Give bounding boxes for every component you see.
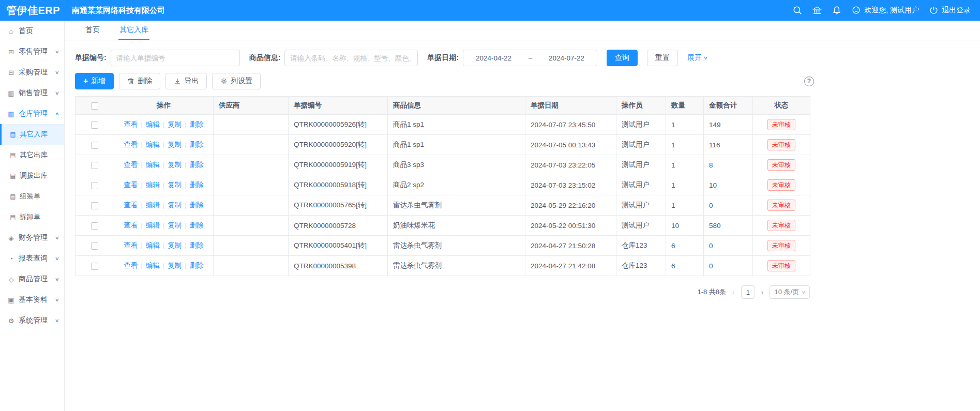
document-icon: ▤ (9, 172, 17, 179)
date-cell: 2024-04-27 21:42:08 (525, 256, 616, 276)
edit-link[interactable]: 编辑 (146, 201, 160, 209)
col-header: 商品信息 (388, 97, 525, 115)
sidebar-item-report[interactable]: ◔ 报表查询 ∨ (0, 248, 64, 269)
document-icon: ▤ (9, 214, 17, 221)
edit-link[interactable]: 编辑 (146, 181, 160, 189)
help-icon[interactable]: ? (804, 77, 814, 86)
sidebar-item-icon: ◔ (7, 255, 15, 263)
select-all-cell (76, 97, 114, 115)
delete-link[interactable]: 删除 (190, 262, 204, 269)
sidebar-item-label: 仓库管理 (19, 109, 55, 118)
amount-cell: 116 (704, 135, 753, 155)
sidebar-item-finance[interactable]: ◈ 财务管理 ∨ (0, 227, 64, 248)
sidebar-item-label: 销售管理 (19, 88, 55, 98)
date-range-picker[interactable]: 2024-04-22 ~ 2024-07-22 (463, 50, 597, 66)
row-checkbox[interactable] (91, 222, 98, 230)
action-separator: | (185, 181, 187, 189)
sidebar-subitem[interactable]: ▤ 其它出库 (0, 145, 64, 165)
edit-link[interactable]: 编辑 (146, 120, 160, 128)
export-button[interactable]: 导出 (165, 73, 207, 89)
copy-link[interactable]: 复制 (168, 241, 182, 249)
view-link[interactable]: 查看 (124, 120, 138, 128)
select-all-checkbox[interactable] (91, 102, 98, 110)
prev-page-button[interactable]: ‹ (731, 288, 736, 296)
sidebar-item-base[interactable]: ▣ 基本资料 ∨ (0, 290, 64, 310)
expand-link[interactable]: 展开 ∨ (687, 53, 707, 63)
view-link[interactable]: 查看 (124, 141, 138, 148)
view-link[interactable]: 查看 (124, 181, 138, 189)
action-separator: | (185, 120, 187, 128)
row-checkbox[interactable] (91, 182, 98, 189)
sidebar-item-system[interactable]: ⚙ 系统管理 ∨ (0, 310, 64, 331)
product-input[interactable] (284, 50, 418, 66)
view-link[interactable]: 查看 (124, 241, 138, 249)
view-link[interactable]: 查看 (124, 221, 138, 229)
delete-link[interactable]: 删除 (190, 221, 204, 229)
edit-link[interactable]: 编辑 (146, 141, 160, 148)
delete-link[interactable]: 删除 (190, 241, 204, 249)
add-button[interactable]: + 新增 (75, 73, 114, 89)
delete-button[interactable]: 删除 (119, 73, 160, 89)
sidebar-item-warehouse[interactable]: ▦ 仓库管理 ∧ (0, 103, 64, 124)
row-checkbox[interactable] (91, 121, 98, 129)
sidebar-subitem[interactable]: ▤ 调拨出库 (0, 165, 64, 186)
row-checkbox[interactable] (91, 202, 98, 209)
amount-cell: 0 (704, 236, 753, 256)
copy-link[interactable]: 复制 (168, 221, 182, 229)
sidebar-item-retail[interactable]: ⊞ 零售管理 ∨ (0, 41, 64, 62)
delete-link[interactable]: 删除 (190, 181, 204, 189)
edit-link[interactable]: 编辑 (146, 221, 160, 229)
edit-link[interactable]: 编辑 (146, 241, 160, 249)
sidebar-item-icon: ▦ (7, 110, 15, 118)
row-checkbox[interactable] (91, 142, 98, 149)
copy-link[interactable]: 复制 (168, 262, 182, 269)
reset-button[interactable]: 重置 (647, 50, 678, 66)
operator-cell: 仓库123 (616, 236, 666, 256)
bell-icon[interactable] (832, 6, 841, 15)
tab-other-inbound[interactable]: 其它入库 (118, 21, 149, 40)
row-checkbox[interactable] (91, 242, 98, 250)
copy-link[interactable]: 复制 (168, 201, 182, 209)
sidebar-item-home[interactable]: ⌂ 首页 (0, 21, 64, 41)
view-link[interactable]: 查看 (124, 161, 138, 169)
sidebar-item-icon: ◈ (7, 234, 15, 242)
user-welcome[interactable]: 欢迎您, 测试用户 (852, 6, 919, 15)
copy-link[interactable]: 复制 (168, 181, 182, 189)
chevron-icon: ∨ (55, 70, 59, 75)
row-checkbox[interactable] (91, 162, 98, 169)
next-page-button[interactable]: › (760, 288, 765, 296)
row-checkbox[interactable] (91, 263, 98, 270)
action-separator: | (141, 161, 143, 169)
tab-home[interactable]: 首页 (84, 21, 101, 40)
sidebar-item-goods[interactable]: ◇ 商品管理 ∨ (0, 269, 64, 290)
bill-no-input[interactable] (111, 50, 240, 66)
page-number-button[interactable]: 1 (741, 285, 755, 299)
sidebar-item-purchase[interactable]: ⊟ 采购管理 ∨ (0, 62, 64, 83)
row-actions-cell: 查看|编辑|复制|删除 (114, 135, 214, 155)
copy-link[interactable]: 复制 (168, 120, 182, 128)
sidebar-subitem-label: 组装单 (20, 192, 41, 201)
sidebar-item-label: 基本资料 (19, 295, 55, 305)
delete-link[interactable]: 删除 (190, 201, 204, 209)
column-settings-button[interactable]: 列设置 (212, 73, 261, 89)
delete-link[interactable]: 删除 (190, 120, 204, 128)
portal-building-icon[interactable] (812, 6, 822, 15)
copy-link[interactable]: 复制 (168, 161, 182, 169)
search-button[interactable]: 查询 (607, 50, 638, 66)
col-header: 金额合计 (704, 97, 753, 115)
sidebar-subitem[interactable]: ▤ 拆卸单 (0, 207, 64, 227)
page-size-select[interactable]: 10 条/页 ∨ (770, 285, 810, 299)
view-link[interactable]: 查看 (124, 201, 138, 209)
search-icon[interactable] (793, 6, 802, 15)
edit-link[interactable]: 编辑 (146, 161, 160, 169)
sidebar-subitem[interactable]: ▤ 组装单 (0, 186, 64, 207)
view-link[interactable]: 查看 (124, 262, 138, 269)
delete-link[interactable]: 删除 (190, 161, 204, 169)
edit-link[interactable]: 编辑 (146, 262, 160, 269)
bill-no-cell: QTRK00000005920[转] (289, 135, 388, 155)
delete-link[interactable]: 删除 (190, 141, 204, 148)
sidebar-item-sales[interactable]: ▥ 销售管理 ∨ (0, 83, 64, 103)
copy-link[interactable]: 复制 (168, 141, 182, 148)
logout-button[interactable]: 退出登录 (929, 6, 971, 15)
sidebar-subitem[interactable]: ▤ 其它入库 (0, 124, 64, 145)
